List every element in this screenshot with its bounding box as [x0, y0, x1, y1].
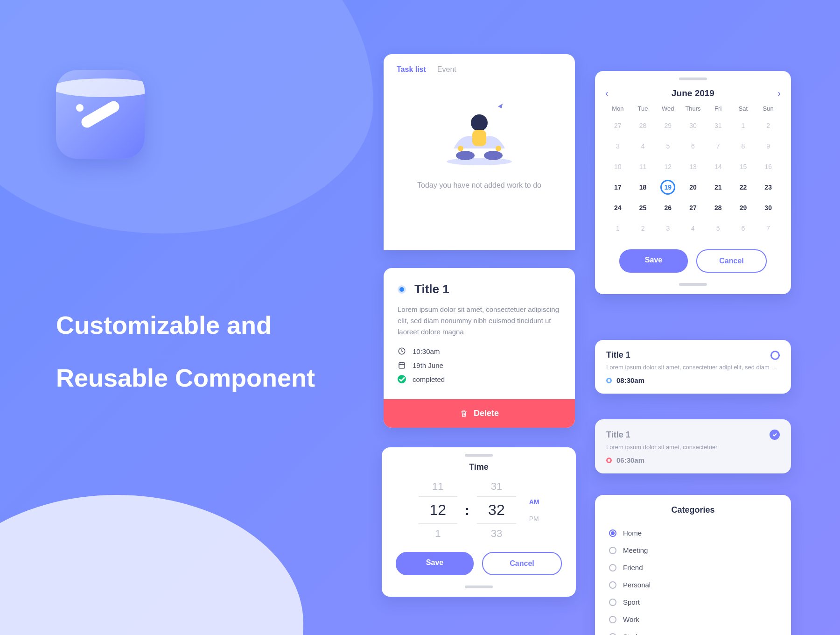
- calendar-day[interactable]: 30: [680, 117, 706, 134]
- delete-button[interactable]: Delete: [384, 399, 575, 428]
- calendar-day[interactable]: 7: [706, 137, 731, 155]
- calendar-day[interactable]: 12: [655, 158, 680, 176]
- task-date-row: 19th June: [398, 361, 561, 369]
- calendar-day[interactable]: 5: [706, 219, 731, 237]
- next-month-button[interactable]: ›: [777, 88, 781, 99]
- task-item-card-completed[interactable]: Title 1 Lorem ipsum dolor sit amet, cons…: [595, 419, 791, 473]
- calendar-day[interactable]: 27: [680, 199, 706, 217]
- task-description: Lorem ipsum dolor sit amet, consectetuer…: [398, 304, 561, 338]
- svg-point-6: [496, 146, 501, 151]
- calendar-day[interactable]: 20: [680, 178, 706, 196]
- dot-icon: [606, 458, 612, 463]
- calendar-day[interactable]: 19: [655, 178, 680, 196]
- calendar-day[interactable]: 30: [756, 199, 781, 217]
- radio-empty-icon[interactable]: [770, 351, 780, 360]
- check-filled-icon[interactable]: [770, 430, 780, 440]
- drag-handle-icon[interactable]: [679, 283, 707, 286]
- calendar-day[interactable]: 31: [706, 117, 731, 134]
- pm-toggle[interactable]: PM: [529, 515, 539, 522]
- category-item[interactable]: Meeting: [609, 542, 777, 559]
- calendar-day[interactable]: 13: [680, 158, 706, 176]
- drag-handle-icon[interactable]: [465, 586, 493, 588]
- calendar-day[interactable]: 6: [731, 219, 756, 237]
- categories-title: Categories: [609, 505, 777, 515]
- am-toggle[interactable]: AM: [529, 498, 539, 506]
- svg-point-4: [484, 151, 503, 160]
- calendar-day[interactable]: 22: [731, 178, 756, 196]
- calendar-day[interactable]: 4: [630, 137, 656, 155]
- calendar-day[interactable]: 1: [731, 117, 756, 134]
- task-item-title: Title 1: [606, 430, 630, 440]
- calendar-day[interactable]: 29: [655, 117, 680, 134]
- category-label: Personal: [623, 581, 651, 589]
- task-item-card[interactable]: Title 1 Lorem ipsum dolor sit amet, cons…: [595, 340, 791, 394]
- calendar-day[interactable]: 27: [605, 117, 630, 134]
- radio-icon: [609, 547, 616, 554]
- svg-point-5: [458, 146, 463, 151]
- trash-icon: [460, 409, 468, 418]
- calendar-day[interactable]: 11: [630, 158, 656, 176]
- calendar-icon: [398, 361, 406, 369]
- calendar-day[interactable]: 16: [756, 158, 781, 176]
- radio-icon: [609, 599, 616, 606]
- calendar-day[interactable]: 1: [605, 219, 630, 237]
- calendar-dow: Mon: [605, 105, 630, 112]
- tab-task-list[interactable]: Task list: [397, 65, 426, 74]
- calendar-day[interactable]: 7: [756, 219, 781, 237]
- calendar-day[interactable]: 8: [731, 137, 756, 155]
- time-picker-title: Time: [382, 462, 576, 472]
- drag-handle-icon[interactable]: [465, 454, 493, 457]
- category-item[interactable]: Study: [609, 628, 777, 635]
- category-item[interactable]: Home: [609, 524, 777, 542]
- calendar-day[interactable]: 21: [706, 178, 731, 196]
- calendar-day[interactable]: 29: [731, 199, 756, 217]
- task-list-card: Task list Event Today you have not added…: [384, 54, 575, 250]
- svg-point-1: [471, 114, 488, 131]
- category-label: Home: [623, 529, 642, 537]
- category-label: Study: [623, 633, 641, 635]
- app-icon: [56, 70, 145, 159]
- hour-wheel[interactable]: 11 12 1: [419, 480, 458, 540]
- minute-wheel[interactable]: 31 32 33: [477, 480, 516, 540]
- calendar-day[interactable]: 24: [605, 199, 630, 217]
- calendar-day[interactable]: 2: [756, 117, 781, 134]
- task-item-desc: Lorem ipsum dolor sit amet, consectetuer…: [606, 364, 780, 371]
- hero-headline: Customizable and Reusable Component: [56, 299, 315, 405]
- calendar-day[interactable]: 26: [655, 199, 680, 217]
- calendar-cancel-button[interactable]: Cancel: [696, 249, 767, 273]
- calendar-day[interactable]: 15: [731, 158, 756, 176]
- drag-handle-icon[interactable]: [679, 78, 707, 80]
- task-item-desc: Lorem ipsum dolor sit amet, consectetuer: [606, 444, 780, 451]
- calendar-day[interactable]: 23: [756, 178, 781, 196]
- calendar-save-button[interactable]: Save: [619, 249, 688, 273]
- category-item[interactable]: Personal: [609, 576, 777, 593]
- category-item[interactable]: Work: [609, 611, 777, 628]
- calendar-day[interactable]: 14: [706, 158, 731, 176]
- calendar-day[interactable]: 28: [706, 199, 731, 217]
- calendar-day[interactable]: 17: [605, 178, 630, 196]
- tab-event[interactable]: Event: [437, 65, 456, 74]
- calendar-day[interactable]: 3: [655, 219, 680, 237]
- calendar-day[interactable]: 25: [630, 199, 656, 217]
- calendar-day[interactable]: 2: [630, 219, 656, 237]
- calendar-day[interactable]: 28: [630, 117, 656, 134]
- calendar-day[interactable]: 9: [756, 137, 781, 155]
- status-bullet-icon: [398, 285, 406, 294]
- calendar-day[interactable]: 4: [680, 219, 706, 237]
- radio-icon: [609, 581, 616, 589]
- time-save-button[interactable]: Save: [396, 552, 474, 575]
- calendar-month-label: June 2019: [672, 88, 714, 99]
- category-item[interactable]: Sport: [609, 593, 777, 611]
- calendar-day[interactable]: 6: [680, 137, 706, 155]
- calendar-day[interactable]: 5: [655, 137, 680, 155]
- category-label: Meeting: [623, 546, 648, 554]
- empty-state-text: Today you have not added work to do: [397, 181, 562, 190]
- time-cancel-button[interactable]: Cancel: [482, 552, 562, 575]
- calendar-day[interactable]: 3: [605, 137, 630, 155]
- task-time-row: 10:30am: [398, 347, 561, 355]
- calendar-day[interactable]: 18: [630, 178, 656, 196]
- category-item[interactable]: Friend: [609, 559, 777, 576]
- prev-month-button[interactable]: ‹: [605, 88, 609, 99]
- svg-point-0: [447, 158, 512, 165]
- calendar-day[interactable]: 10: [605, 158, 630, 176]
